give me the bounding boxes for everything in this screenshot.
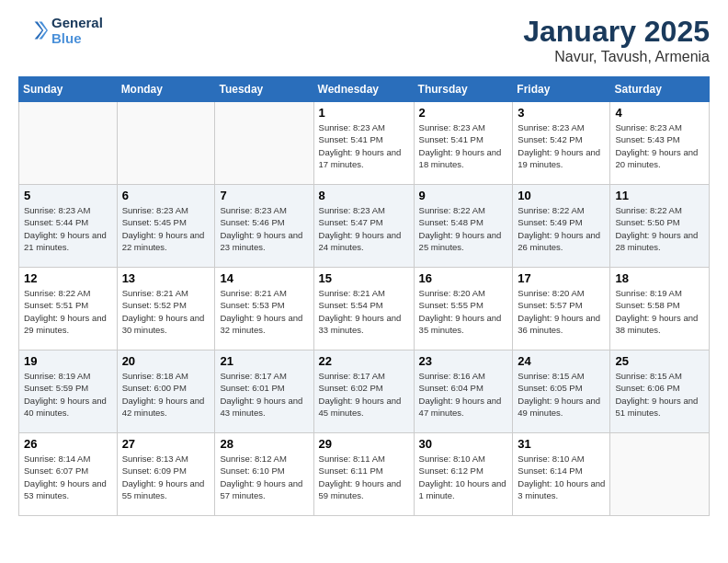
week-row-1: 5Sunrise: 8:23 AMSunset: 5:44 PMDaylight… — [19, 185, 710, 268]
day-number: 22 — [319, 354, 409, 368]
calendar-cell: 15Sunrise: 8:21 AMSunset: 5:54 PMDayligh… — [313, 268, 414, 350]
day-number: 10 — [518, 189, 605, 202]
day-info: Sunrise: 8:23 AMSunset: 5:45 PMDaylight:… — [122, 204, 210, 253]
calendar-cell: 26Sunrise: 8:14 AMSunset: 6:07 PMDayligh… — [19, 433, 118, 516]
day-number: 3 — [518, 106, 605, 120]
day-number: 2 — [419, 106, 508, 120]
day-info: Sunrise: 8:10 AMSunset: 6:14 PMDaylight:… — [518, 453, 605, 501]
day-info: Sunrise: 8:13 AMSunset: 6:09 PMDaylight:… — [122, 453, 210, 501]
logo-icon — [18, 16, 48, 45]
header-tuesday: Tuesday — [215, 77, 313, 102]
calendar-cell: 23Sunrise: 8:16 AMSunset: 6:04 PMDayligh… — [414, 350, 513, 433]
calendar-cell: 24Sunrise: 8:15 AMSunset: 6:05 PMDayligh… — [513, 350, 610, 433]
calendar-cell: 4Sunrise: 8:23 AMSunset: 5:43 PMDaylight… — [610, 102, 710, 185]
location: Navur, Tavush, Armenia — [523, 49, 710, 65]
calendar-cell: 8Sunrise: 8:23 AMSunset: 5:47 PMDaylight… — [313, 185, 414, 268]
day-number: 18 — [615, 271, 704, 285]
day-info: Sunrise: 8:22 AMSunset: 5:51 PMDaylight:… — [24, 287, 112, 336]
calendar-cell: 9Sunrise: 8:22 AMSunset: 5:48 PMDaylight… — [414, 185, 513, 268]
day-info: Sunrise: 8:17 AMSunset: 6:01 PMDaylight:… — [220, 370, 308, 419]
day-number: 26 — [24, 437, 112, 451]
calendar-cell: 28Sunrise: 8:12 AMSunset: 6:10 PMDayligh… — [215, 433, 313, 516]
header-sunday: Sunday — [19, 77, 118, 102]
day-info: Sunrise: 8:23 AMSunset: 5:42 PMDaylight:… — [518, 121, 605, 170]
day-info: Sunrise: 8:10 AMSunset: 6:12 PMDaylight:… — [419, 453, 508, 501]
day-info: Sunrise: 8:22 AMSunset: 5:48 PMDaylight:… — [419, 204, 508, 253]
header-monday: Monday — [117, 77, 215, 102]
header-saturday: Saturday — [610, 77, 710, 102]
title-block: January 2025 Navur, Tavush, Armenia — [523, 15, 710, 65]
calendar-cell: 19Sunrise: 8:19 AMSunset: 5:59 PMDayligh… — [19, 350, 118, 433]
day-info: Sunrise: 8:21 AMSunset: 5:53 PMDaylight:… — [220, 287, 308, 336]
week-row-2: 12Sunrise: 8:22 AMSunset: 5:51 PMDayligh… — [19, 268, 710, 350]
day-info: Sunrise: 8:23 AMSunset: 5:41 PMDaylight:… — [419, 121, 508, 170]
day-number: 20 — [122, 354, 210, 368]
calendar-cell: 13Sunrise: 8:21 AMSunset: 5:52 PMDayligh… — [117, 268, 215, 350]
header: General Blue January 2025 Navur, Tavush,… — [18, 15, 710, 65]
day-info: Sunrise: 8:15 AMSunset: 6:06 PMDaylight:… — [615, 370, 704, 419]
day-info: Sunrise: 8:21 AMSunset: 5:52 PMDaylight:… — [122, 287, 210, 336]
day-number: 8 — [319, 189, 409, 202]
day-info: Sunrise: 8:21 AMSunset: 5:54 PMDaylight:… — [319, 287, 409, 336]
day-number: 25 — [615, 354, 704, 368]
calendar-cell: 29Sunrise: 8:11 AMSunset: 6:11 PMDayligh… — [313, 433, 414, 516]
day-number: 23 — [419, 354, 508, 368]
calendar-cell: 7Sunrise: 8:23 AMSunset: 5:46 PMDaylight… — [215, 185, 313, 268]
page: General Blue January 2025 Navur, Tavush,… — [0, 0, 728, 531]
logo-text: General Blue — [51, 15, 103, 46]
calendar-cell: 18Sunrise: 8:19 AMSunset: 5:58 PMDayligh… — [610, 268, 710, 350]
day-number: 29 — [319, 437, 409, 451]
header-friday: Friday — [513, 77, 610, 102]
calendar-cell: 2Sunrise: 8:23 AMSunset: 5:41 PMDaylight… — [414, 102, 513, 185]
header-thursday: Thursday — [414, 77, 513, 102]
day-info: Sunrise: 8:15 AMSunset: 6:05 PMDaylight:… — [518, 370, 605, 419]
calendar-cell — [610, 433, 710, 516]
week-row-4: 26Sunrise: 8:14 AMSunset: 6:07 PMDayligh… — [19, 433, 710, 516]
day-number: 6 — [122, 189, 210, 202]
calendar-cell: 5Sunrise: 8:23 AMSunset: 5:44 PMDaylight… — [19, 185, 118, 268]
month-title: January 2025 — [523, 15, 710, 49]
calendar-cell: 20Sunrise: 8:18 AMSunset: 6:00 PMDayligh… — [117, 350, 215, 433]
day-number: 13 — [122, 271, 210, 285]
day-number: 16 — [419, 271, 508, 285]
day-info: Sunrise: 8:14 AMSunset: 6:07 PMDaylight:… — [24, 453, 112, 501]
day-number: 21 — [220, 354, 308, 368]
day-number: 1 — [319, 106, 409, 120]
day-number: 14 — [220, 271, 308, 285]
day-number: 9 — [419, 189, 508, 202]
week-row-0: 1Sunrise: 8:23 AMSunset: 5:41 PMDaylight… — [19, 102, 710, 185]
calendar: SundayMondayTuesdayWednesdayThursdayFrid… — [18, 76, 710, 516]
logo: General Blue — [18, 15, 103, 46]
calendar-cell — [19, 102, 118, 185]
day-info: Sunrise: 8:23 AMSunset: 5:43 PMDaylight:… — [615, 121, 704, 170]
calendar-cell: 6Sunrise: 8:23 AMSunset: 5:45 PMDaylight… — [117, 185, 215, 268]
calendar-cell — [117, 102, 215, 185]
day-info: Sunrise: 8:20 AMSunset: 5:55 PMDaylight:… — [419, 287, 508, 336]
calendar-cell: 22Sunrise: 8:17 AMSunset: 6:02 PMDayligh… — [313, 350, 414, 433]
day-info: Sunrise: 8:19 AMSunset: 5:58 PMDaylight:… — [615, 287, 704, 336]
day-info: Sunrise: 8:19 AMSunset: 5:59 PMDaylight:… — [24, 370, 112, 419]
day-number: 12 — [24, 271, 112, 285]
calendar-cell: 25Sunrise: 8:15 AMSunset: 6:06 PMDayligh… — [610, 350, 710, 433]
calendar-cell: 17Sunrise: 8:20 AMSunset: 5:57 PMDayligh… — [513, 268, 610, 350]
day-info: Sunrise: 8:11 AMSunset: 6:11 PMDaylight:… — [319, 453, 409, 501]
day-info: Sunrise: 8:23 AMSunset: 5:41 PMDaylight:… — [319, 121, 409, 170]
calendar-cell: 11Sunrise: 8:22 AMSunset: 5:50 PMDayligh… — [610, 185, 710, 268]
day-info: Sunrise: 8:16 AMSunset: 6:04 PMDaylight:… — [419, 370, 508, 419]
calendar-cell: 12Sunrise: 8:22 AMSunset: 5:51 PMDayligh… — [19, 268, 118, 350]
day-number: 4 — [615, 106, 704, 120]
day-info: Sunrise: 8:17 AMSunset: 6:02 PMDaylight:… — [319, 370, 409, 419]
calendar-cell: 30Sunrise: 8:10 AMSunset: 6:12 PMDayligh… — [414, 433, 513, 516]
day-number: 17 — [518, 271, 605, 285]
calendar-cell — [215, 102, 313, 185]
day-number: 5 — [24, 189, 112, 202]
day-info: Sunrise: 8:12 AMSunset: 6:10 PMDaylight:… — [220, 453, 308, 501]
day-number: 15 — [319, 271, 409, 285]
day-info: Sunrise: 8:23 AMSunset: 5:44 PMDaylight:… — [24, 204, 112, 253]
calendar-cell: 10Sunrise: 8:22 AMSunset: 5:49 PMDayligh… — [513, 185, 610, 268]
calendar-cell: 16Sunrise: 8:20 AMSunset: 5:55 PMDayligh… — [414, 268, 513, 350]
header-wednesday: Wednesday — [313, 77, 414, 102]
day-number: 28 — [220, 437, 308, 451]
calendar-header-row: SundayMondayTuesdayWednesdayThursdayFrid… — [19, 77, 710, 102]
day-number: 24 — [518, 354, 605, 368]
